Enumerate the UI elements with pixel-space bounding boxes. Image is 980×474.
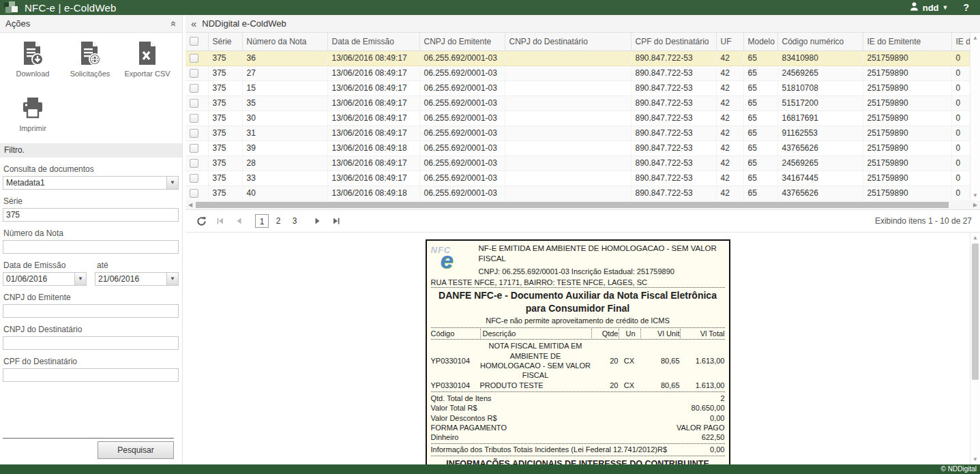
- item-qtde: 20: [591, 356, 619, 366]
- cell-checkbox[interactable]: [185, 110, 208, 125]
- cell-checkbox[interactable]: [185, 80, 208, 95]
- last-page-button[interactable]: [329, 213, 344, 228]
- page-link[interactable]: 3: [288, 214, 301, 228]
- cell-cnpj-emitente: 06.255.692/0001-03: [419, 125, 505, 140]
- consulta-select[interactable]: Metadata1 ▼: [3, 176, 179, 190]
- items-col-vl-unit: Vl Unit: [640, 329, 680, 338]
- cell-checkbox[interactable]: [185, 95, 208, 110]
- scroll-up-icon[interactable]: ▲: [970, 235, 980, 241]
- help-button[interactable]: ?: [963, 2, 969, 13]
- table-row[interactable]: 375 33 13/06/2016 08:49:17 06.255.692/00…: [185, 171, 970, 186]
- receipt-tributos-row: Informação dos Tributos Totais Incidente…: [431, 443, 725, 456]
- collapse-sidebar-icon[interactable]: «: [191, 18, 196, 29]
- data-emissao-ate-select[interactable]: 21/06/2016 ▼: [95, 272, 179, 286]
- cell-cnpj-emitente: 06.255.692/0001-03: [419, 95, 505, 110]
- cnpj-emitente-input[interactable]: [3, 304, 179, 318]
- col-codigo-numerico[interactable]: Código numérico: [777, 33, 863, 50]
- row-checkbox[interactable]: [190, 99, 198, 108]
- user-menu[interactable]: ndd ▼: [909, 1, 949, 14]
- col-modelo[interactable]: Modelo: [743, 33, 777, 50]
- data-emissao-de-select[interactable]: 01/06/2016 ▼: [3, 272, 87, 286]
- col-ie-emitente[interactable]: IE do Emitente: [863, 33, 951, 50]
- table-row[interactable]: 375 40 13/06/2016 08:49:18 06.255.692/00…: [185, 186, 970, 201]
- cell-checkbox[interactable]: [185, 50, 208, 65]
- first-page-button[interactable]: [213, 213, 228, 228]
- item-vl-unit: 80,65: [640, 356, 680, 366]
- cell-checkbox[interactable]: [185, 125, 208, 140]
- export-csv-button[interactable]: Exportar CSV: [119, 40, 176, 89]
- cell-uf: 42: [716, 125, 743, 140]
- page-link[interactable]: 1: [255, 214, 269, 228]
- cell-cnpj-emitente: 06.255.692/0001-03: [419, 110, 505, 125]
- cell-cnpj-destinatario: [505, 50, 631, 65]
- select-all-header[interactable]: [185, 33, 208, 50]
- col-cpf-destinatario[interactable]: CPF do Destinatário: [631, 33, 716, 50]
- scroll-right-icon[interactable]: ▶: [970, 201, 980, 209]
- cell-checkbox[interactable]: [185, 155, 208, 171]
- row-checkbox[interactable]: [190, 69, 198, 78]
- col-ie-destinatario[interactable]: IE do: [951, 33, 970, 50]
- col-uf[interactable]: UF: [716, 33, 743, 50]
- cell-uf: 42: [716, 171, 743, 186]
- row-checkbox[interactable]: [190, 129, 198, 138]
- table-horizontal-scrollbar[interactable]: ◀ ▶: [185, 201, 980, 210]
- col-cnpj-emitente[interactable]: CNPJ do Emitente: [419, 33, 505, 50]
- col-numero[interactable]: Número da Nota: [242, 33, 327, 50]
- print-button[interactable]: Imprimir: [4, 94, 61, 143]
- items-col-un: Un: [619, 329, 640, 338]
- cell-cnpj-destinatario: [505, 65, 631, 80]
- numero-nota-input[interactable]: [3, 240, 179, 254]
- col-emissao[interactable]: Data de Emissão: [327, 33, 419, 50]
- row-checkbox[interactable]: [190, 174, 198, 183]
- table-vertical-scrollbar[interactable]: ▲ ▼: [970, 33, 980, 201]
- page-link[interactable]: 2: [271, 214, 285, 228]
- serie-input[interactable]: [3, 208, 179, 222]
- solicitacoes-button[interactable]: Solicitações: [61, 40, 119, 89]
- table-row[interactable]: 375 15 13/06/2016 08:49:17 06.255.692/00…: [185, 80, 970, 95]
- row-checkbox[interactable]: [190, 54, 198, 63]
- cnpj-destinatario-input[interactable]: [3, 336, 179, 350]
- scroll-down-icon[interactable]: ▼: [970, 192, 980, 198]
- export-csv-icon: [134, 40, 161, 67]
- cell-checkbox[interactable]: [185, 171, 208, 186]
- cpf-destinatario-input[interactable]: [3, 368, 179, 382]
- total-value: 0,00: [710, 413, 724, 423]
- cell-checkbox[interactable]: [185, 65, 208, 80]
- preview-vertical-scrollbar[interactable]: ▲ ▼: [970, 233, 980, 464]
- scrollbar-thumb[interactable]: [972, 243, 979, 380]
- action-label: Solicitações: [70, 70, 110, 78]
- scroll-down-icon[interactable]: ▼: [970, 456, 980, 462]
- download-button[interactable]: Download: [4, 40, 61, 89]
- next-page-button[interactable]: [310, 213, 325, 228]
- row-checkbox[interactable]: [190, 159, 198, 168]
- table-row[interactable]: 375 36 13/06/2016 08:49:17 06.255.692/00…: [185, 50, 970, 65]
- scroll-up-icon[interactable]: ▲: [970, 35, 980, 41]
- cell-ie-emitente: 251759890: [863, 125, 951, 140]
- cell-checkbox[interactable]: [185, 186, 208, 201]
- cell-numero: 27: [242, 65, 327, 80]
- row-checkbox[interactable]: [190, 114, 198, 123]
- pesquisar-button[interactable]: Pesquisar: [98, 441, 174, 459]
- cell-checkbox[interactable]: [185, 140, 208, 155]
- previous-page-button[interactable]: [232, 213, 247, 228]
- col-serie[interactable]: Série: [208, 33, 242, 50]
- item-un: CX: [619, 356, 640, 366]
- select-all-checkbox[interactable]: [190, 37, 198, 46]
- row-checkbox[interactable]: [190, 84, 198, 93]
- row-checkbox[interactable]: [190, 144, 198, 153]
- scrollbar-thumb[interactable]: [196, 202, 949, 208]
- row-checkbox[interactable]: [190, 189, 198, 198]
- total-value: 2: [720, 394, 724, 403]
- refresh-button[interactable]: [194, 213, 209, 228]
- col-cnpj-destinatario[interactable]: CNPJ do Destinatário: [505, 33, 631, 50]
- table-row[interactable]: 375 28 13/06/2016 08:49:17 06.255.692/00…: [185, 155, 970, 171]
- scroll-left-icon[interactable]: ◀: [185, 201, 195, 209]
- table-row[interactable]: 375 39 13/06/2016 08:49:18 06.255.692/00…: [185, 140, 970, 155]
- nfce-logo: NFCe: [431, 243, 473, 276]
- cell-codigo: 51810708: [777, 80, 863, 95]
- table-row[interactable]: 375 27 13/06/2016 08:49:17 06.255.692/00…: [185, 65, 970, 80]
- table-row[interactable]: 375 35 13/06/2016 08:49:17 06.255.692/00…: [185, 95, 970, 110]
- collapse-panel-icon[interactable]: «: [168, 21, 179, 27]
- table-row[interactable]: 375 31 13/06/2016 08:49:17 06.255.692/00…: [185, 125, 970, 140]
- table-row[interactable]: 375 30 13/06/2016 08:49:17 06.255.692/00…: [185, 110, 970, 125]
